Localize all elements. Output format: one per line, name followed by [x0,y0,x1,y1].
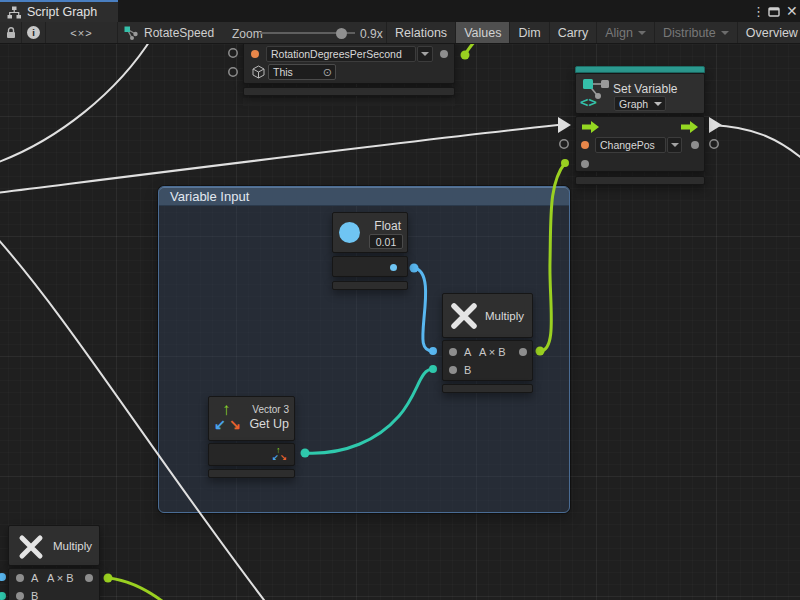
set-variable-icon: <> [580,78,612,109]
vector3-mini-icon[interactable]: ↑ ↙ ↘ [272,446,288,464]
port-result[interactable] [519,348,527,356]
tab-title: Script Graph [27,5,97,19]
variable-dropdown[interactable]: ChangePos [595,137,666,153]
node-float-body[interactable] [332,256,408,277]
port-value-out[interactable] [691,141,699,149]
port-float-out[interactable] [390,264,397,271]
values-button[interactable]: Values [455,22,509,43]
node-title: Multiply [53,541,92,553]
scope-dropdown[interactable]: Graph [614,96,666,111]
target-value: This [273,66,293,78]
multiply-icon [449,301,479,331]
float-value-input[interactable]: 0.01 [369,234,403,249]
align-dropdown[interactable]: Align [596,22,654,43]
arrow-downleft-icon: ↙ [272,454,279,462]
port-out-dot[interactable] [440,50,448,58]
tab-script-graph[interactable]: Script Graph [0,0,118,22]
carry-button[interactable]: Carry [549,22,597,43]
node-set-variable-body[interactable]: ChangePos [575,116,705,172]
menu-dots-button[interactable]: ⋮ [752,0,765,22]
dim-button[interactable]: Dim [509,22,548,43]
code-view-button[interactable]: <×> [46,22,118,43]
port-result[interactable] [85,574,93,582]
chevron-down-icon [671,143,679,147]
flow-out-arrow-icon[interactable] [681,121,698,133]
node-set-variable-header[interactable]: <> Set Variable Graph [575,73,705,114]
variable-dropdown-button[interactable] [667,137,682,153]
graph-hierarchy-icon [7,6,21,19]
flow-in-arrow-icon[interactable] [582,121,599,133]
lock-button[interactable] [0,22,22,43]
title-tab-bar: Script Graph ⋮ ✕ [0,0,800,22]
maximize-icon [768,6,780,17]
breadcrumb[interactable]: RotateSpeed [124,26,214,40]
group-header[interactable]: Variable Input [159,187,569,206]
node-type-label: Vector 3 [252,405,289,415]
cube-icon [252,65,265,79]
code-icon: <×> [70,27,92,39]
info-button[interactable]: i [22,22,46,43]
variable-label: ChangePos [600,139,655,151]
port-input-dot[interactable] [581,160,589,168]
distribute-dropdown[interactable]: Distribute [654,22,737,43]
lock-icon [5,26,17,39]
node-multiply2-body[interactable]: A A × B B [8,568,100,600]
port-b-label: B [31,591,38,600]
port-a-label: A [464,347,471,358]
variable-name-label: RotationDegreesPerSecond [271,48,402,60]
port-value-out[interactable] [251,50,259,58]
zoom-slider-handle[interactable] [336,28,347,39]
relations-button[interactable]: Relations [386,22,455,43]
variable-dropdown-button[interactable] [417,46,433,62]
node-get-up-body[interactable]: ↑ ↙ ↘ [208,443,295,466]
node-get-up-header[interactable]: ↑ ↙ ↘ Vector 3 Get Up [208,396,295,441]
port-variable-in[interactable] [581,141,589,149]
node-multiply2-header[interactable]: Multiply [8,525,100,566]
arrow-downleft-icon: ↙ [214,417,226,431]
node-multiply-footer [442,384,533,393]
node-shadow [243,98,455,106]
port-b-label: B [464,365,471,376]
node-get-up-footer [208,469,295,478]
chevron-down-icon [654,102,662,106]
port-b[interactable] [16,592,24,600]
chevron-down-icon [421,52,429,56]
node-get-variable-footer [243,87,455,96]
multiply-icon [17,533,45,561]
node-title: Get Up [249,418,289,431]
port-a[interactable] [449,348,457,356]
node-set-variable-footer [575,176,705,185]
port-a-label: A [31,573,38,584]
object-picker-icon[interactable]: ⊙ [323,66,332,79]
group-title: Variable Input [170,189,249,204]
graph-name: RotateSpeed [144,26,214,40]
graph-asset-icon [124,26,138,40]
float-icon [339,222,360,243]
port-result-label: A × B [47,573,74,584]
info-icon: i [27,26,40,39]
port-a[interactable] [16,574,24,582]
graph-toolbar: i <×> RotateSpeed Zoom 0.9x Relations Va… [0,22,800,44]
code-icon: <> [580,94,597,109]
chevron-down-icon [721,31,729,35]
float-value: 0.01 [376,236,396,248]
close-button[interactable]: ✕ [786,0,798,22]
variable-name-dropdown[interactable]: RotationDegreesPerSecond [266,46,416,62]
scope-label: Graph [619,98,648,110]
node-float-footer [332,281,408,290]
target-field[interactable]: This ⊙ [268,64,336,80]
unity-script-graph-window: Variable Input [0,0,800,600]
node-float-header[interactable]: Float 0.01 [332,212,408,253]
node-title: Multiply [485,311,524,323]
arrow-downright-icon: ↘ [229,417,241,431]
node-get-variable[interactable]: RotationDegreesPerSecond This ⊙ [243,38,455,84]
node-multiply-body[interactable]: A A × B B [442,340,533,381]
port-b[interactable] [449,366,457,374]
maximize-button[interactable] [768,0,780,22]
arrow-downright-icon: ↘ [280,454,287,462]
chevron-down-icon [638,31,646,35]
overview-button[interactable]: Overview [737,22,800,43]
port-result-label: A × B [479,347,506,358]
node-multiply-header[interactable]: Multiply [442,293,533,338]
node-title: Float [374,220,401,232]
